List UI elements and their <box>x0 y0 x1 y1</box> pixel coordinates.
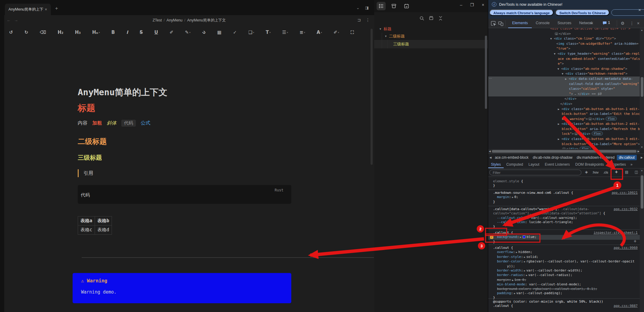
devtools-tab-console[interactable]: Console <box>532 19 554 28</box>
css-rule[interactable]: .callout {app.css:9960overflow:▶hidden;b… <box>488 245 640 301</box>
stylesheet-link[interactable]: app.css:10021 <box>612 191 638 195</box>
dom-tree-line[interactable]: …</div> <box>488 31 640 37</box>
h1-heading[interactable]: 标题 <box>78 102 95 114</box>
blockquote[interactable]: 引用 <box>78 169 93 177</box>
edit-block-icon[interactable]: ✎▾ <box>185 30 191 35</box>
styles-tab-layout[interactable]: Layout <box>526 161 542 168</box>
strikethrough-icon[interactable]: S <box>139 30 143 35</box>
dom-tree-line[interactable]: e"> <box>488 61 640 67</box>
new-style-rule-button[interactable]: + <box>615 169 618 175</box>
styles-tab-properties[interactable]: Properties <box>607 161 629 168</box>
dom-horizontal-scrollbar[interactable]: ◀ ▶ <box>488 149 640 154</box>
css-declaration[interactable]: margin:▶1em 0; <box>493 278 638 282</box>
dom-tree-line[interactable]: block-button" aria-label="More option"> <box>488 142 640 147</box>
declaration-checkbox[interactable]: ✓ <box>490 236 493 239</box>
css-selector[interactable]: .callout[data-callout="warning"], .callo… <box>493 207 638 211</box>
outline-item[interactable]: ▼标题 <box>374 25 488 33</box>
color-swatch[interactable] <box>523 236 525 238</box>
css-declaration[interactable]: border-color:▶rgba(var(--callout-color),… <box>493 259 638 268</box>
issues-icon[interactable] <box>603 21 607 26</box>
dom-tree-line[interactable]: <div class= cm-active cm-line dir= ltr > <box>488 28 640 31</box>
underline-icon[interactable]: U <box>154 30 158 35</box>
css-declaration[interactable]: padding:▶var(--callout-padding); <box>493 291 638 296</box>
h3-heading[interactable]: 三级标题 <box>78 154 102 162</box>
window-minimize-icon[interactable]: – <box>460 2 462 7</box>
align-icon[interactable]: ≡▾ <box>299 30 305 35</box>
heading-2-icon[interactable]: H₂ <box>58 30 64 35</box>
outline-tab-icon[interactable] <box>377 2 386 10</box>
css-rule[interactable]: .callout[data-callout="warning"], .callo… <box>488 206 640 230</box>
css-selector[interactable]: .callout {app.css:9887 <box>493 304 638 308</box>
warning-callout[interactable]: ⚠ Warning Warning demo. <box>73 273 291 303</box>
h2-heading[interactable]: 二级标题 <box>78 137 107 146</box>
css-declaration[interactable]: mix-blend-mode: var(--callout-blend-mode… <box>493 282 638 287</box>
infobar-close-icon[interactable]: × <box>638 7 641 12</box>
css-rule[interactable]: .callout {inspector-stylesheet:1✓backgro… <box>488 229 640 245</box>
dom-tree-line[interactable]: class="callout" style=" <box>488 86 640 92</box>
devtools-tab-elements[interactable]: Elements <box>508 19 532 28</box>
table-icon[interactable]: ▦ <box>217 30 221 35</box>
styles-filter-input[interactable] <box>489 170 581 175</box>
heading-n-icon[interactable]: Hₙ▾ <box>92 30 100 35</box>
dom-crumb[interactable]: div.markdown-rendered <box>575 155 617 160</box>
dom-tree-line[interactable]: block-button" aria-label="Refresh the b <box>488 127 640 132</box>
cascade-layers-icon[interactable]: ◈ <box>585 170 588 174</box>
code-language-label[interactable]: Rust <box>275 188 283 192</box>
kebab-menu-icon[interactable]: ⋮ <box>630 21 634 26</box>
computed-styles-icon[interactable]: ▤ <box>625 170 628 174</box>
dom-tree-line[interactable]: "true"> <box>488 46 640 51</box>
stylesheet-link[interactable]: inspector-stylesheet:1 <box>593 231 638 235</box>
breadcrumb-item[interactable]: ZTest <box>152 18 162 22</box>
window-close-icon[interactable]: × <box>482 2 484 7</box>
dom-tree-line[interactable]: ▼<div type_header="warning" class="ab-re… <box>488 51 640 57</box>
italic-icon[interactable]: I <box>126 30 128 35</box>
attachment-icon[interactable]: ∪ <box>201 29 207 35</box>
tab-list-chevron-icon[interactable]: ⌄ <box>356 5 360 10</box>
dom-tree-line[interactable]: ▼<div class="markdown-rendered"> <box>488 71 640 76</box>
dom-tree-line[interactable]: ▶<div class="ab-button ab-button-3 edit- <box>488 137 640 142</box>
comment-icon[interactable]: ❑▾ <box>248 30 254 35</box>
calendar-tab-icon[interactable] <box>402 2 411 10</box>
devtools-close-icon[interactable]: × <box>637 21 639 26</box>
outline-item[interactable]: ▼二级标题 <box>374 33 488 40</box>
css-declaration[interactable]: ✓background:▶blue; <box>488 235 640 239</box>
css-selector[interactable]: .callout {app.css:9960 <box>493 246 638 250</box>
more-tabs-icon[interactable]: » <box>590 21 592 25</box>
breadcrumb-item[interactable]: AnyMenu简单的上下文 <box>187 18 226 22</box>
eraser-icon[interactable]: ⌫ <box>40 30 46 35</box>
redo-icon[interactable]: ↻ <box>25 30 28 35</box>
settings-gear-icon[interactable]: ⚙ <box>621 21 625 26</box>
dom-tree-line[interactable]: …</div>flex <box>488 147 640 149</box>
dom-crumb[interactable]: ace.cm-embed-block <box>493 155 531 160</box>
issues-count[interactable]: 1 <box>608 21 610 25</box>
dom-crumb[interactable]: div.ab-note.drop-shadow <box>531 155 574 160</box>
collapse-all-icon[interactable] <box>438 16 443 22</box>
dom-tree-line[interactable]: ▶<div data-callout-metadata data- <box>488 76 640 82</box>
stylesheet-link[interactable]: app.css:9887 <box>614 304 638 308</box>
css-declaration[interactable]: background-color: rgba(var(--callout-col… <box>493 287 638 291</box>
dom-tree-line[interactable]: ▼<div class="cm-line" dir="ltr"> <box>488 36 640 41</box>
breadcrumb-item[interactable]: AnyMenu <box>166 18 182 22</box>
css-declaration[interactable]: --callout-icon: lucide-alert-triangle; <box>493 220 638 224</box>
panel-scrollbar[interactable] <box>485 36 487 109</box>
device-toolbar-icon[interactable] <box>498 21 503 27</box>
dom-tree-line[interactable]: k - warning">…</div>flex <box>488 117 640 122</box>
styles-sidebar-toggle-icon[interactable]: ◫ <box>635 170 638 174</box>
bold-icon[interactable]: B <box>111 30 115 35</box>
search-icon[interactable] <box>420 16 424 22</box>
devtools-tab-network[interactable]: Network <box>575 19 597 28</box>
code-block[interactable]: 代码 Rust <box>78 185 291 204</box>
editor-scrollbar[interactable] <box>371 29 373 165</box>
editor-content[interactable]: AnyMenu简单的上下文 标题 内容 加粗 斜体 代码 公式 二级标题 三级标… <box>4 39 374 312</box>
archive-tab-icon[interactable] <box>389 2 398 10</box>
devtools-tab-sources[interactable]: Sources <box>554 19 575 28</box>
toggle-element-state[interactable]: :hov <box>592 171 599 174</box>
more-options-icon[interactable]: ⋮ <box>366 18 370 22</box>
dom-tree-line[interactable]: ▼<div class="ab-note drop-shadow"> <box>488 67 640 72</box>
dom-tree-line[interactable]: callout-fold data-callout="warning" <box>488 82 640 87</box>
undo-icon[interactable]: ↺ <box>9 30 13 35</box>
outline-item[interactable]: 三级标题 <box>374 40 488 48</box>
reading-view-icon[interactable]: ⊐ <box>357 18 361 22</box>
tab-anymenu[interactable]: AnyMenu简单的上下文 × <box>5 4 51 15</box>
dom-tree-line[interactable]: ▶<div class="ab-button ab-button-1 edit- <box>488 107 640 112</box>
